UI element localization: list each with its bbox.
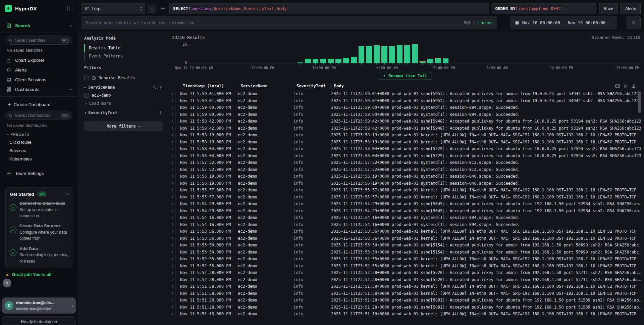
table-row[interactable]: Nov 11 5:51:58.000 PMec2-demoinfo2025-11… xyxy=(171,290,641,297)
user-menu[interactable]: D dominic.tran@clic... dominic.tran@clic… xyxy=(2,297,76,314)
order-by-input[interactable]: ORDER BY TimestampTime DESC xyxy=(492,3,596,14)
histogram-bar[interactable] xyxy=(313,59,319,63)
sidebar-item-client-sessions[interactable]: Client Sessions xyxy=(5,75,73,85)
row-expand-icon[interactable] xyxy=(171,91,180,96)
row-expand-icon[interactable] xyxy=(171,119,180,124)
col-header-body[interactable]: Body xyxy=(331,84,344,88)
table-row[interactable]: Nov 11 5:52:55.000 PMec2-demoinfo2025-11… xyxy=(171,256,641,263)
row-expand-icon[interactable] xyxy=(171,98,180,103)
presets-toggle[interactable]: PRESETS xyxy=(5,131,73,138)
table-row[interactable]: Nov 11 5:54:16.000 PMec2-demoinfo2025-11… xyxy=(171,214,641,221)
histogram-bar[interactable] xyxy=(397,45,403,63)
histogram-bar[interactable] xyxy=(412,44,418,63)
table-row[interactable]: Nov 11 5:56:19.000 PMec2-demoinfo2025-11… xyxy=(171,173,641,180)
row-expand-icon[interactable] xyxy=(171,181,180,186)
alerts-button[interactable]: Alerts xyxy=(621,3,641,14)
table-row[interactable]: Nov 11 5:58:42.000 PMec2-demoinfo2025-11… xyxy=(171,125,641,132)
date-range-picker[interactable]: Nov 10 00:00:00 - Nov 13 00:00:00 xyxy=(511,16,617,29)
preset-kubernetes[interactable]: Kubernetes xyxy=(5,155,73,163)
code-brackets-icon[interactable] xyxy=(148,5,156,13)
table-row[interactable]: Nov 11 5:59:01.000 PMec2-demoinfo2025-11… xyxy=(171,97,641,104)
histogram-bar[interactable] xyxy=(427,59,433,63)
table-row[interactable]: Nov 11 5:54:16.000 PMec2-demoinfo2025-11… xyxy=(171,221,641,228)
ec2-demo-label[interactable]: ec2-demo xyxy=(92,93,111,98)
table-row[interactable]: Nov 11 5:59:00.000 PMec2-demoinfo2025-11… xyxy=(171,111,641,118)
row-expand-icon[interactable] xyxy=(171,222,180,227)
table-row[interactable]: Nov 11 5:55:57.000 PMec2-demoinfo2025-11… xyxy=(171,187,641,194)
table-row[interactable]: Nov 11 5:55:57.000 PMec2-demoinfo2025-11… xyxy=(171,194,641,201)
resume-live-tail-button[interactable]: Resume Live Tail xyxy=(379,72,431,80)
row-expand-icon[interactable] xyxy=(171,257,180,261)
histogram-bar[interactable] xyxy=(389,46,395,63)
source-select[interactable]: Logs xyxy=(82,3,145,14)
table-row[interactable]: Nov 11 5:59:01.000 PMec2-demoinfo2025-11… xyxy=(171,90,641,97)
table-row[interactable]: Nov 11 5:51:28.000 PMec2-demoinfo2025-11… xyxy=(171,304,641,311)
table-row[interactable]: Nov 11 5:53:36.000 PMec2-demoinfo2025-11… xyxy=(171,228,641,235)
preset-clickhouse[interactable]: ClickHouse xyxy=(5,138,73,146)
row-expand-icon[interactable] xyxy=(171,105,180,110)
table-row[interactable]: Nov 11 5:53:30.000 PMec2-demoinfo2025-11… xyxy=(171,242,641,249)
saved-searches-input[interactable]: ⌘K xyxy=(5,36,72,45)
mode-results-table[interactable]: Results Table xyxy=(84,44,163,52)
table-code-icon[interactable] xyxy=(615,84,620,88)
table-row[interactable]: Nov 11 5:53:30.000 PMec2-demoinfo2025-11… xyxy=(171,249,641,256)
table-row[interactable]: Nov 11 5:54:29.000 PMec2-demoinfo2025-11… xyxy=(171,200,641,207)
saved-dashboards-input[interactable]: ⌘K xyxy=(5,111,72,120)
denoise-label[interactable]: Denoise Results xyxy=(99,76,135,80)
histogram-bar[interactable] xyxy=(351,57,357,63)
row-expand-icon[interactable] xyxy=(171,195,180,199)
table-row[interactable]: Nov 11 5:52:38.000 PMec2-demoinfo2025-11… xyxy=(171,269,641,276)
table-row[interactable]: Nov 11 5:51:28.000 PMec2-demoinfo2025-11… xyxy=(171,297,641,304)
lang-sql-option[interactable]: SQL xyxy=(464,20,471,25)
histogram-bar[interactable] xyxy=(374,45,380,63)
row-expand-icon[interactable] xyxy=(171,270,180,275)
histogram-bar[interactable] xyxy=(420,61,426,63)
pin-icon[interactable] xyxy=(159,85,163,89)
row-expand-icon[interactable] xyxy=(171,188,180,192)
filter-group-servicename[interactable]: ServiceName xyxy=(84,82,163,91)
histogram-bar[interactable] xyxy=(443,58,449,63)
row-expand-icon[interactable] xyxy=(171,208,180,213)
event-search-box[interactable]: SQL | Lucene xyxy=(82,16,497,29)
get-started-step-2[interactable]: Create Data Sources Configure where your… xyxy=(10,223,68,241)
save-button[interactable]: Save xyxy=(599,3,618,14)
histogram-bar[interactable] xyxy=(328,59,334,63)
table-row[interactable]: Nov 11 5:58:04.000 PMec2-demoinfo2025-11… xyxy=(171,145,641,152)
row-expand-icon[interactable] xyxy=(171,167,180,172)
table-density-icon[interactable] xyxy=(623,84,628,88)
source-settings-gear-icon[interactable] xyxy=(159,5,167,13)
row-expand-icon[interactable] xyxy=(171,160,180,165)
row-expand-icon[interactable] xyxy=(171,312,180,316)
pin-icon[interactable] xyxy=(159,111,163,115)
chevron-up-icon[interactable] xyxy=(70,25,72,27)
histogram-bar[interactable] xyxy=(343,58,349,63)
download-icon[interactable] xyxy=(631,84,636,88)
histogram-bar[interactable] xyxy=(297,62,303,63)
filter-group-severitytext[interactable]: SeverityText xyxy=(84,108,163,117)
histogram-bar[interactable] xyxy=(366,46,372,63)
chevron-up-icon[interactable] xyxy=(70,89,72,91)
col-header-severitytext[interactable]: SeverityText xyxy=(293,84,331,88)
more-filters-button[interactable]: More filters xyxy=(84,121,163,131)
table-row[interactable]: Nov 11 5:58:04.000 PMec2-demoinfo2025-11… xyxy=(171,152,641,159)
table-row[interactable]: Nov 11 5:57:52.000 PMec2-demoinfo2025-11… xyxy=(171,159,641,166)
row-expand-icon[interactable] xyxy=(171,264,180,268)
load-more-button[interactable]: Load more xyxy=(84,100,163,108)
col-header-timestamp[interactable]: Timestamp (Local) xyxy=(180,84,238,88)
table-row[interactable]: Nov 11 5:51:18.000 PMec2-demoinfo2025-11… xyxy=(171,311,641,318)
row-expand-icon[interactable] xyxy=(171,174,180,179)
row-expand-icon[interactable] xyxy=(171,133,180,137)
histogram-bar[interactable] xyxy=(320,59,326,63)
help-button[interactable]: ? xyxy=(3,279,11,287)
row-expand-icon[interactable] xyxy=(171,215,180,220)
run-query-button[interactable] xyxy=(627,16,641,29)
chevron-up-icon[interactable] xyxy=(66,193,68,196)
row-expand-icon[interactable] xyxy=(171,146,180,151)
sidebar-item-chart-explorer[interactable]: Chart Explorer xyxy=(5,55,73,65)
row-expand-icon[interactable] xyxy=(171,236,180,241)
table-row[interactable]: Nov 11 5:59:00.000 PMec2-demoinfo2025-11… xyxy=(171,104,641,111)
histogram-bar[interactable] xyxy=(435,58,441,63)
histogram-bar[interactable] xyxy=(359,46,365,63)
row-expand-icon[interactable] xyxy=(171,305,180,310)
get-started-step-1[interactable]: Connect to ClickHouse Set up your databa… xyxy=(10,200,68,219)
